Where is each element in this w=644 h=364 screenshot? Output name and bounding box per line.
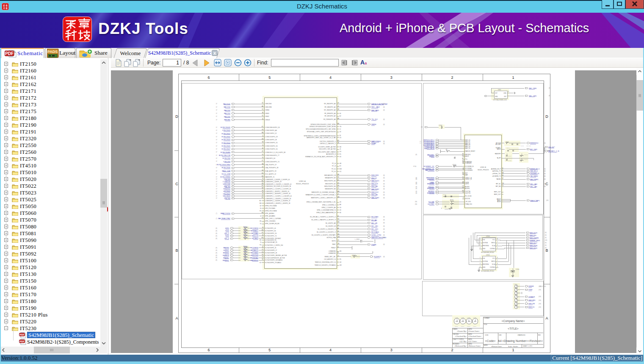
svg-text:C2614: C2614 xyxy=(506,147,510,149)
svg-text:C2004: C2004 xyxy=(439,125,442,126)
svg-text:A5: A5 xyxy=(262,106,263,107)
svg-text:C2300: C2300 xyxy=(516,269,520,270)
svg-text:VSNC088: VSNC088 xyxy=(223,183,231,185)
svg-text:17: 17 xyxy=(216,183,218,185)
svg-text:FLB: FLB xyxy=(483,258,485,259)
svg-text:9M602: 9M602 xyxy=(514,291,517,292)
svg-text:2P: 2P xyxy=(502,178,504,179)
svg-text:G4: G4 xyxy=(262,169,263,171)
svg-text:EONC2603: EONC2603 xyxy=(222,139,231,141)
svg-text:C5: C5 xyxy=(337,255,339,257)
svg-text:KCY6013/SPK_P6: KCY6013/SPK_P6 xyxy=(265,239,276,241)
svg-text:4M: 4M xyxy=(502,172,504,174)
svg-text:5U: 5U xyxy=(462,173,464,175)
svg-text:9M605: 9M605 xyxy=(514,301,517,302)
svg-text:L3NBB2W0: L3NBB2W0 xyxy=(329,250,336,252)
svg-text:BAC2U0: BAC2U0 xyxy=(224,106,230,108)
svg-text:(8): (8) xyxy=(383,222,385,224)
svg-text:BWA6: BWA6 xyxy=(371,142,376,144)
svg-text:CONSO4/GPIO_38: CONSO4/GPIO_38 xyxy=(265,139,277,141)
svg-text:EONC2607: EONC2607 xyxy=(222,148,231,150)
svg-text:GND: GND xyxy=(483,267,485,268)
svg-text:SPMI_0_23S/SMB_3E/BT_2S4723/SP: SPMI_0_23S/SMB_3E/BT_2S4723/SPMI_2_23L xyxy=(307,201,336,203)
svg-text:EONC260: EONC260 xyxy=(223,157,231,159)
svg-text:BAC6MM62: BAC6MM62 xyxy=(425,169,434,171)
svg-text:SCIOWIRE_IN: SCIOWIRE_IN xyxy=(465,166,474,167)
svg-text:<Release Date>: <Release Date> xyxy=(491,346,502,347)
svg-text:BARA12UA2PAC3A2: BARA12UA2PAC3A2 xyxy=(371,103,388,105)
svg-text:BIC31A00: BIC31A00 xyxy=(371,231,379,233)
svg-text:(8): (8) xyxy=(383,109,385,111)
svg-text:17: 17 xyxy=(216,116,218,117)
svg-text:7B: 7B xyxy=(262,192,263,194)
svg-text:SWLK3/GPIO_B2: SWLK3/GPIO_B2 xyxy=(325,183,336,185)
svg-text:REC_JA62: REC_JA62 xyxy=(371,106,380,108)
svg-text:AC: AC xyxy=(446,149,448,150)
svg-text:J0: J0 xyxy=(463,169,464,170)
svg-text:6: 6 xyxy=(207,348,210,352)
svg-text:W2MC: W2MC xyxy=(461,326,464,327)
svg-text:BA: BA xyxy=(262,132,263,133)
svg-text:WTBUSCORSO23G/GPIO_2D/BT_WTB0: WTBUSCORSO23G/GPIO_2D/BT_WTB0 xyxy=(310,124,336,125)
svg-text:IE: IE xyxy=(337,252,339,253)
svg-text:U2WC-B: U2WC-B xyxy=(480,167,486,168)
svg-text:BMW0B3: BMW0B3 xyxy=(427,187,435,189)
svg-text:400_2: 400_2 xyxy=(224,232,229,234)
svg-text:MS: MS xyxy=(337,221,340,223)
svg-text:B: B xyxy=(545,248,548,253)
svg-text:GFCH1: GFCH1 xyxy=(524,159,528,160)
svg-text:KCY60733/SPK_26/V2AND0: KCY60733/SPK_26/V2AND0 xyxy=(265,259,283,261)
svg-text:EONC2605: EONC2605 xyxy=(222,145,231,147)
svg-text:<QC Date>: <QC Date> xyxy=(468,340,478,342)
svg-text:ILMTS: ILMTS xyxy=(465,183,469,185)
svg-text:VSN2650: VSN2650 xyxy=(223,188,231,190)
svg-text:BS5C70: BS5C70 xyxy=(252,235,259,237)
svg-text:2M: 2M xyxy=(337,243,340,245)
svg-text:RF_2863/GPIO_A3: RF_2863/GPIO_A3 xyxy=(324,109,336,111)
svg-text:2: 2 xyxy=(451,75,453,80)
svg-text:9M606: 9M606 xyxy=(514,305,517,306)
svg-text:KCY60723/SPK_28: KCY60723/SPK_28 xyxy=(265,252,277,254)
svg-text:COMPANY:: COMPANY: xyxy=(484,317,490,319)
svg-text:TXMA_VDD: TXMA_VDD xyxy=(465,203,473,205)
svg-text:J9: J9 xyxy=(262,227,264,228)
svg-text:<Release Date>: <Release Date> xyxy=(468,345,481,347)
svg-text:SCIOWIREN: SCIOWIREN xyxy=(465,169,473,171)
svg-text:(*): (*) xyxy=(216,213,217,214)
svg-text:98C_2A0: 98C_2A0 xyxy=(530,183,537,185)
svg-text:TW: TW xyxy=(502,183,504,184)
svg-text:RET_BH: RET_BH xyxy=(496,186,501,187)
svg-text:BIC_DH1: BIC_DH1 xyxy=(530,148,538,150)
svg-text:SMB13/GPIO_B_2US/SMB_3U/SCA2_1: SMB13/GPIO_B_2US/SMB_3U/SCA2_1 xyxy=(311,192,336,193)
svg-text:4: 4 xyxy=(329,75,332,80)
svg-text:J5: J5 xyxy=(340,148,341,150)
svg-text:C9C34: C9C34 xyxy=(508,156,511,157)
svg-text:CS/TMS0: CS/TMS0 xyxy=(490,248,495,250)
svg-text:Y80K: Y80K xyxy=(528,289,533,291)
svg-text:(8): (8) xyxy=(545,237,547,239)
svg-text:LONESS/SPK_1_BS/SPK_1_BS/SPK_3: LONESS/SPK_1_BS/SPK_1_BS/SPK_38 xyxy=(265,203,290,204)
svg-text:TP_J0: TP_J0 xyxy=(332,163,336,164)
svg-text:9M604: 9M604 xyxy=(514,297,517,299)
svg-text:SD_03/GPIO_A8: SD_03/GPIO_A8 xyxy=(326,222,336,224)
svg-text:<Released By>: <Released By> xyxy=(454,345,467,347)
svg-text:17: 17 xyxy=(216,139,218,141)
svg-text:IOMIC2NO: IOMIC2NO xyxy=(265,103,272,105)
svg-text:JE: JE xyxy=(262,112,263,114)
svg-text:(8): (8) xyxy=(544,173,546,175)
svg-text:C9C2F: C9C2F xyxy=(508,160,511,161)
svg-text:5T: 5T xyxy=(262,195,263,196)
svg-text:TE: TE xyxy=(337,142,339,144)
svg-text:SWDB3/GPIO_B6: SWDB3/GPIO_B6 xyxy=(325,188,336,190)
svg-text:17: 17 xyxy=(216,158,218,159)
svg-text:KCY601/SPIC_40: KCY601/SPIC_40 xyxy=(265,228,276,229)
svg-text:9000: 9000 xyxy=(225,230,229,232)
svg-text:A3: A3 xyxy=(340,204,341,206)
svg-text:BJ: BJ xyxy=(340,115,341,117)
svg-text:SMMW_3800: SMMW_3800 xyxy=(530,239,540,242)
svg-text:BK5WA0: BK5WA0 xyxy=(252,232,259,234)
svg-text:(8): (8) xyxy=(383,106,385,108)
svg-text:BAC2A6D: BAC2A6D xyxy=(371,109,379,111)
svg-text:BAC3MAC2PA2: BAC3MAC2PA2 xyxy=(218,217,231,220)
svg-text:PADS: PADS xyxy=(47,50,58,54)
